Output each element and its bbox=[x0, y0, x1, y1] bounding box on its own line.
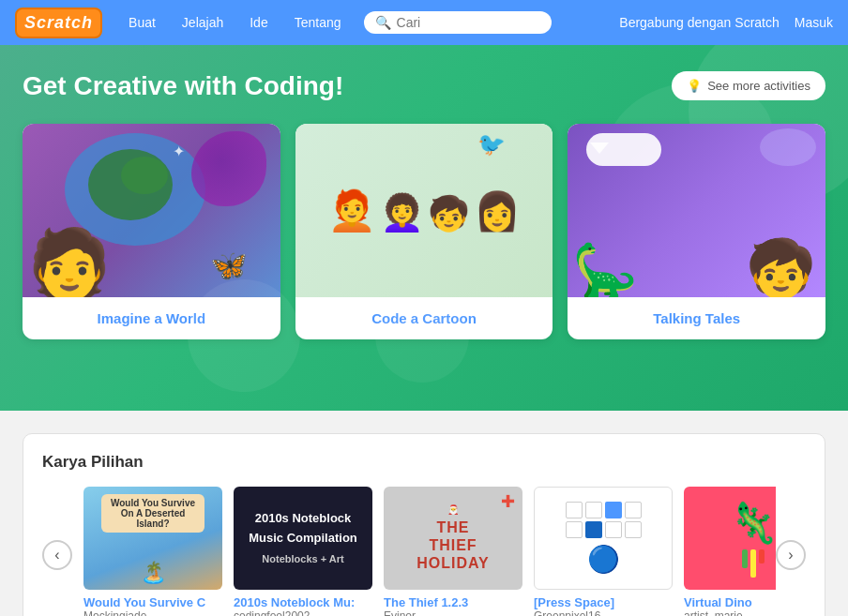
featured-title: Karya Pilihan bbox=[42, 453, 806, 472]
dino-content: 🦎 ♪ bbox=[729, 487, 776, 590]
project-author-1: codingfool2002 bbox=[234, 609, 372, 616]
card-cartoon-bg: 🧑‍🦰 👩‍🦱 🧒 👩 🐦 bbox=[295, 124, 553, 297]
project-author-0: Mockingjade bbox=[83, 609, 222, 616]
person-figure: 🧑 bbox=[27, 230, 112, 297]
login-link[interactable]: Masuk bbox=[795, 15, 833, 30]
lightbulb-icon: 💡 bbox=[687, 79, 702, 93]
nav-jelajah[interactable]: Jelajah bbox=[171, 9, 235, 36]
activity-card-label-imagine: Imagine a World bbox=[23, 297, 280, 339]
project-cards: Would You SurviveOn A Deserted Island? 🏝… bbox=[72, 487, 776, 616]
search-bar: 🔍 bbox=[364, 11, 552, 34]
project-name-4: Virtual Dino bbox=[684, 595, 776, 609]
char-2: 👩‍🦱 bbox=[380, 192, 424, 233]
project-card-0[interactable]: Would You SurviveOn A Deserted Island? 🏝… bbox=[83, 487, 222, 616]
project-name-2: The Thief 1.2.3 bbox=[384, 595, 522, 609]
project-name-1: 2010s Noteblock Mu: bbox=[234, 595, 372, 609]
thief-content: 🎅 THETHIEFHOLIDAY ✚ bbox=[409, 497, 497, 580]
nav-buat[interactable]: Buat bbox=[117, 9, 167, 36]
nav-right: Bergabung dengan Scratch Masuk bbox=[619, 15, 833, 30]
carousel-next-button[interactable]: › bbox=[776, 540, 806, 570]
butterfly-icon: 🦋 bbox=[210, 248, 248, 283]
activity-card-img-imagine: ✦ 🦋 🧑 bbox=[23, 124, 280, 297]
survive-text-box: Would You SurviveOn A Deserted Island? bbox=[101, 494, 204, 533]
press-content: 🔵 bbox=[566, 502, 642, 575]
dino-icon: 🦎 bbox=[729, 500, 776, 546]
featured-row: ‹ Would You SurviveOn A Deserted Island?… bbox=[42, 487, 806, 616]
search-input[interactable] bbox=[397, 15, 540, 30]
blob-decoration-2 bbox=[375, 289, 469, 383]
featured-section: Karya Pilihan ‹ Would You SurviveOn A De… bbox=[0, 411, 848, 616]
bubble-tail bbox=[590, 143, 609, 154]
cartoon-characters: 🧑‍🦰 👩‍🦱 🧒 👩 🐦 bbox=[320, 180, 528, 241]
nav-ide[interactable]: Ide bbox=[238, 9, 279, 36]
activity-card-imagine[interactable]: ✦ 🦋 🧑 Imagine a World bbox=[23, 124, 280, 339]
monster-icon: 🦕 bbox=[572, 245, 638, 297]
scratch-logo[interactable]: Scratch bbox=[15, 8, 102, 38]
project-name-3: [Press Space] bbox=[534, 595, 673, 609]
activity-card-img-cartoon: 🧑‍🦰 👩‍🦱 🧒 👩 🐦 bbox=[295, 124, 553, 297]
svg-text:✦: ✦ bbox=[173, 143, 185, 159]
hero-section: Get Creative with Coding! 💡 See more act… bbox=[0, 45, 848, 411]
project-thumb-0: Would You SurviveOn A Deserted Island? 🏝… bbox=[83, 487, 222, 590]
project-card-2[interactable]: 🎅 THETHIEFHOLIDAY ✚ The Thief 1.2.3 Evin… bbox=[384, 487, 522, 616]
activity-card-tales[interactable]: 🦕 🧒 Talking Tales bbox=[568, 124, 825, 339]
project-author-3: Greenpixel16 bbox=[534, 609, 673, 616]
noteblock-text: 2010s Noteblock Music Compilation Notebl… bbox=[241, 503, 365, 575]
activity-card-label-tales: Talking Tales bbox=[568, 297, 825, 339]
see-more-label: See more activities bbox=[707, 79, 810, 93]
activity-card-img-tales: 🦕 🧒 bbox=[568, 124, 825, 297]
see-more-button[interactable]: 💡 See more activities bbox=[672, 71, 825, 100]
project-thumb-3: 🔵 bbox=[534, 487, 673, 590]
char-3: 🧒 bbox=[428, 194, 470, 233]
svg-point-2 bbox=[121, 157, 168, 194]
char-1: 🧑‍🦰 bbox=[327, 188, 376, 233]
island-icon: 🏝️ bbox=[141, 561, 166, 585]
nav-links: Buat Jelajah Ide Tentang bbox=[117, 9, 352, 36]
dino-bars bbox=[742, 549, 765, 578]
project-thumb-4: 🦎 ♪ bbox=[684, 487, 776, 590]
card-imagine-bg: ✦ 🦋 🧑 bbox=[23, 124, 280, 297]
project-card-4[interactable]: 🦎 ♪ Virtual Dino artist_marie bbox=[684, 487, 776, 616]
project-thumb-1: 2010s Noteblock Music Compilation Notebl… bbox=[234, 487, 372, 590]
featured-container: Karya Pilihan ‹ Would You SurviveOn A De… bbox=[23, 433, 825, 616]
project-card-3[interactable]: 🔵 [Press Space] Greenpixel16 bbox=[534, 487, 673, 616]
carousel-prev-button[interactable]: ‹ bbox=[42, 540, 72, 570]
search-icon: 🔍 bbox=[375, 15, 391, 30]
project-author-2: Evinor bbox=[384, 609, 522, 616]
char-4: 👩 bbox=[474, 189, 521, 233]
project-thumb-2: 🎅 THETHIEFHOLIDAY ✚ bbox=[384, 487, 522, 590]
navbar: Scratch Buat Jelajah Ide Tentang 🔍 Berga… bbox=[0, 0, 848, 45]
project-card-1[interactable]: 2010s Noteblock Music Compilation Notebl… bbox=[234, 487, 372, 616]
join-link[interactable]: Bergabung dengan Scratch bbox=[619, 15, 779, 30]
project-author-4: artist_marie bbox=[684, 609, 776, 616]
project-name-0: Would You Survive C bbox=[83, 595, 222, 609]
girl-character: 🧒 bbox=[746, 241, 816, 297]
card-tales-bg: 🦕 🧒 bbox=[568, 124, 825, 297]
bird-icon: 🐦 bbox=[477, 131, 506, 158]
nav-tentang[interactable]: Tentang bbox=[283, 9, 353, 36]
